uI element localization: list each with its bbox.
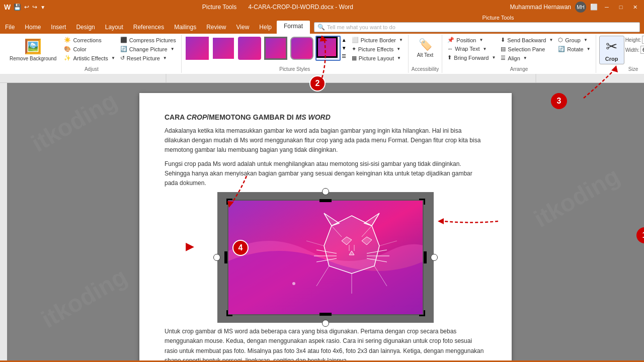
crop-handle-bl[interactable] [226, 310, 232, 316]
sel-handle-right[interactable] [431, 254, 438, 261]
group-icon: ⬡ [558, 37, 563, 43]
quick-redo-icon[interactable]: ↪ [32, 4, 37, 11]
arrange-buttons-2: ⬇ Send Backward ▼ ▤ Selection Pane ☰ Ali… [499, 36, 555, 62]
crop-handle-mt[interactable] [319, 199, 332, 202]
quick-customize-icon[interactable]: ▼ [40, 5, 45, 10]
crop-image-area [227, 200, 424, 315]
width-input[interactable] [640, 46, 644, 54]
horizontal-ruler [0, 74, 644, 83]
change-picture-button[interactable]: 🔄 Change Picture ▼ [118, 45, 178, 53]
sel-handle-left[interactable] [213, 254, 220, 261]
color-button[interactable]: 🎨 Color [62, 45, 117, 53]
crop-handle-ml[interactable] [224, 251, 227, 263]
style-item-3[interactable] [237, 36, 262, 61]
compress-pictures-button[interactable]: ⬛ Compress Pictures [118, 36, 178, 44]
adjust-group-label: Adjust [5, 65, 178, 72]
cat-illustration [228, 201, 424, 315]
style-item-6[interactable] [315, 36, 341, 61]
quick-undo-icon[interactable]: ↩ [24, 4, 29, 11]
doc-paragraph-1: Adakalanya ketika kita memasukkan gambar… [165, 126, 487, 155]
height-field-row: Height: [625, 36, 644, 44]
crop-overlay-container [217, 192, 434, 323]
word-logo-icon: W [4, 3, 11, 11]
reset-picture-button[interactable]: ↺ Reset Picture ▼ [118, 54, 178, 62]
style-more[interactable]: ☰ [342, 53, 347, 60]
selection-pane-icon: ▤ [501, 46, 506, 52]
ribbon-group-arrange: 📌 Position ▼ ↔ Wrap Text ▼ ⬆ Bring Forwa… [442, 35, 596, 73]
selection-pane-button[interactable]: ▤ Selection Pane [499, 45, 555, 53]
ribbon-display-icon[interactable]: ⬜ [590, 4, 598, 11]
picture-layout-button[interactable]: ▦ Picture Layout ▼ [350, 54, 405, 62]
align-icon: ☰ [501, 55, 506, 61]
arrange-content: 📌 Position ▼ ↔ Wrap Text ▼ ⬆ Bring Forwa… [445, 36, 592, 65]
corrections-button[interactable]: ☀️ Corrections [62, 36, 117, 44]
send-backward-button[interactable]: ⬇ Send Backward ▼ [499, 36, 555, 44]
rotate-button[interactable]: 🔄 Rotate ▼ [556, 45, 592, 53]
quick-save-icon[interactable]: 💾 [14, 4, 21, 11]
crop-handle-tr[interactable] [419, 199, 425, 205]
style-item-1[interactable] [185, 36, 210, 61]
tab-mailings[interactable]: Mailings [169, 21, 201, 34]
doc-title-italic: CROP [187, 113, 207, 121]
wrap-text-button[interactable]: ↔ Wrap Text ▼ [445, 45, 498, 53]
tab-format[interactable]: Format [277, 21, 310, 34]
sel-handle-bottom[interactable] [322, 320, 329, 327]
arrange-label: Arrange [445, 65, 592, 72]
maximize-button[interactable]: □ [616, 2, 626, 12]
tab-layout[interactable]: Layout [100, 21, 128, 34]
doc-title: CARA CROP/MEMOTONG GAMBAR DI MS WORD [165, 113, 487, 121]
tab-design[interactable]: Design [71, 21, 100, 34]
tab-view[interactable]: View [231, 21, 255, 34]
crop-handle-mb[interactable] [319, 313, 332, 316]
minimize-button[interactable]: ─ [602, 2, 612, 12]
user-name: Muhammad Hernawan [510, 4, 571, 11]
doc-paragraph-2: Fungsi crop pada Ms word adalah untuk me… [165, 159, 487, 189]
ribbon-search-bar[interactable]: 🔍 Tell me what you want to do [314, 22, 640, 32]
remove-background-button[interactable]: 🖼️ Remove Background [5, 36, 61, 64]
style-scroll-up[interactable]: ▲ [342, 37, 347, 44]
image-with-overlay [217, 192, 434, 323]
picture-effects-button[interactable]: ✦ Picture Effects ▼ [350, 45, 405, 53]
search-icon: 🔍 [317, 24, 325, 31]
ribbon-group-adjust: 🖼️ Remove Background ☀️ Corrections 🎨 Co… [2, 35, 182, 73]
bring-forward-button[interactable]: ⬆ Bring Forward ▼ [445, 53, 498, 62]
accessibility-label: Accessibility [412, 65, 439, 72]
alt-text-button[interactable]: 🏷️ Alt Text [413, 36, 438, 60]
picture-styles-label: Picture Styles [185, 65, 405, 72]
tab-references[interactable]: References [128, 21, 169, 34]
picture-tools-label: Picture Tools [202, 4, 236, 11]
adjust-group-content: 🖼️ Remove Background ☀️ Corrections 🎨 Co… [5, 36, 178, 65]
style-scroll-down[interactable]: ▼ [342, 45, 347, 52]
height-input[interactable] [642, 36, 644, 44]
align-button[interactable]: ☰ Align ▼ [499, 54, 555, 62]
tab-help[interactable]: Help [254, 21, 277, 34]
close-button[interactable]: ✕ [630, 2, 640, 12]
title-bar: W 💾 ↩ ↪ ▼ Picture Tools 4-CARA-CROP-DI-W… [0, 0, 644, 14]
compress-icon: ⬛ [120, 37, 127, 43]
style-item-5[interactable] [289, 36, 314, 61]
sel-handle-top[interactable] [322, 188, 329, 195]
artistic-effects-button[interactable]: ✨ Artistic Effects ▼ [62, 54, 117, 62]
tab-insert[interactable]: Insert [46, 21, 71, 34]
style-item-2[interactable] [211, 36, 236, 61]
picture-tools-buttons: ⬜ Picture Border ▼ ✦ Picture Effects ▼ ▦… [350, 36, 405, 62]
doc-title-text: CARA [165, 113, 187, 121]
ribbon-group-picture-styles: ▲ ▼ ☰ ⬜ Picture Border ▼ ✦ Picture Effec… [182, 35, 409, 73]
tab-review[interactable]: Review [201, 21, 231, 34]
picture-border-button[interactable]: ⬜ Picture Border ▼ [350, 36, 405, 44]
crop-handle-br[interactable] [419, 310, 425, 316]
width-field-row: Width: [625, 46, 644, 54]
picture-border-icon: ⬜ [352, 37, 359, 43]
tab-file[interactable]: File [0, 21, 20, 34]
document-main: itkoding itkoding itkoding CARA CROP/MEM… [7, 83, 644, 360]
ribbon-content: 🖼️ Remove Background ☀️ Corrections 🎨 Co… [0, 34, 644, 74]
group-button[interactable]: ⬡ Group ▼ [556, 36, 592, 44]
ribbon-group-size: ✂ Crop Height: Width: Size [596, 35, 644, 73]
position-button[interactable]: 📌 Position ▼ [445, 36, 498, 44]
crop-handle-tl[interactable] [226, 199, 232, 205]
style-item-4[interactable] [263, 36, 288, 61]
crop-handle-mr[interactable] [424, 251, 427, 263]
crop-button[interactable]: ✂ Crop [599, 36, 624, 64]
reset-picture-icon: ↺ [120, 55, 125, 61]
tab-home[interactable]: Home [20, 21, 46, 34]
